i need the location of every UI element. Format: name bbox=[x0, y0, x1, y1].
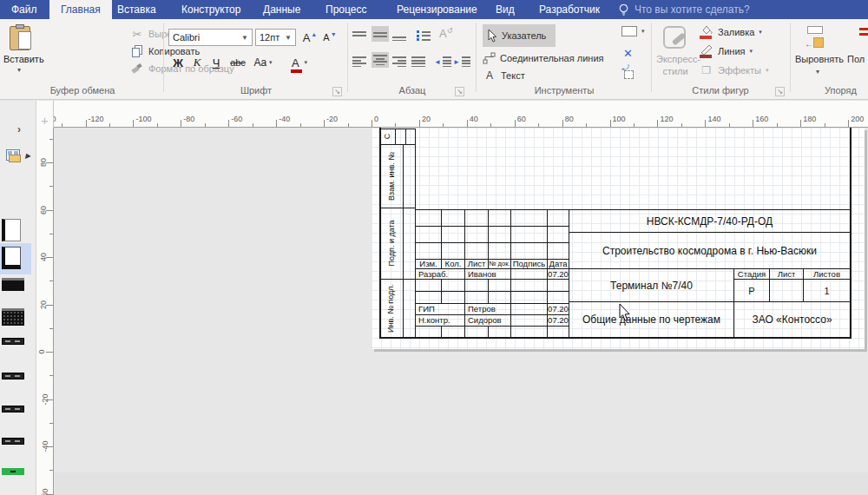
grow-font-button[interactable]: А▲ bbox=[301, 29, 319, 46]
stamp-line bbox=[510, 209, 511, 337]
ruler-tick bbox=[777, 123, 778, 127]
italic-button[interactable]: К bbox=[189, 54, 205, 71]
ruler-tick bbox=[562, 120, 563, 127]
align-right-button[interactable] bbox=[392, 54, 406, 69]
expand-shapes-chevron-icon[interactable]: › bbox=[17, 123, 21, 135]
shape-master-thin-bar[interactable] bbox=[2, 406, 24, 412]
valign-top-button[interactable] bbox=[352, 28, 366, 43]
tell-me-search[interactable]: Что вы хотите сделать? bbox=[618, 0, 750, 19]
shrink-font-button[interactable]: А▼ bbox=[321, 29, 339, 46]
quick-styles-button[interactable]: Экспресс- стили bbox=[656, 24, 694, 82]
tab-home[interactable]: Главная bbox=[49, 0, 112, 19]
stamp-company: ЗАО «Контоссо» bbox=[734, 302, 850, 337]
ruler-tick bbox=[49, 186, 53, 187]
stamp-name: Сидоров bbox=[465, 315, 510, 325]
text-tool-button[interactable]: А Текст bbox=[483, 68, 525, 83]
align-left-button[interactable] bbox=[352, 54, 366, 69]
ruler-tick bbox=[49, 234, 53, 234]
align-center-button[interactable] bbox=[372, 52, 389, 68]
stamp-col-header: № док. bbox=[489, 259, 510, 268]
ruler-tick bbox=[395, 123, 396, 127]
increase-indent-button[interactable]: ► bbox=[453, 54, 470, 69]
tab-process[interactable]: Процесс bbox=[314, 0, 378, 19]
stamp-line bbox=[441, 326, 442, 337]
text-tool-icon: А bbox=[483, 69, 496, 82]
ruler-tick bbox=[46, 352, 53, 353]
drawing-canvas[interactable]: С Взам. инв. № Подп. и дата Инв. № подл. bbox=[55, 128, 868, 495]
ruler-tick bbox=[681, 123, 682, 127]
tab-file[interactable]: Файл bbox=[0, 0, 49, 19]
shape-master-green-bar[interactable] bbox=[2, 468, 24, 475]
vertical-ruler[interactable]: 806040200-20-40-60 bbox=[36, 128, 54, 495]
align-middle-icon bbox=[373, 29, 387, 39]
font-color-button[interactable]: А ▾ bbox=[286, 54, 312, 71]
connection-point-button[interactable]: ✕ bbox=[623, 47, 633, 60]
connector-tool-button[interactable]: Соединительная линия bbox=[483, 50, 603, 66]
align-button[interactable]: ← Выровнять ▾ bbox=[795, 24, 844, 82]
align-right-icon bbox=[392, 56, 406, 67]
search-placeholder: Что вы хотите сделать? bbox=[635, 3, 750, 16]
tab-view[interactable]: Вид bbox=[484, 0, 526, 19]
horizontal-ruler[interactable]: -140-120-100-80-60-40-200204060801001201… bbox=[36, 101, 868, 128]
underline-button[interactable]: Ч bbox=[208, 54, 224, 71]
font-family-combo[interactable]: Calibri▼ bbox=[168, 29, 253, 46]
shape-master-frame-shape[interactable] bbox=[2, 219, 21, 241]
shape-master-black-panel[interactable] bbox=[2, 278, 24, 291]
stamp-col-header: Лист bbox=[465, 259, 488, 268]
ruler-tick bbox=[634, 123, 635, 127]
ruler-tick bbox=[586, 123, 587, 127]
lightbulb-icon bbox=[618, 3, 629, 16]
stamp-project: Строительство космодрома в г. Нью-Васюки bbox=[569, 233, 850, 268]
position-button[interactable]: Пол bbox=[847, 24, 868, 82]
strikethrough-button[interactable]: abc bbox=[227, 54, 248, 71]
effects-button[interactable]: ❒ Эффекты▾ bbox=[700, 63, 769, 78]
ruler-tick bbox=[228, 120, 229, 127]
bullets-button[interactable] bbox=[417, 28, 431, 43]
font-size-combo[interactable]: 12пт▼ bbox=[255, 29, 296, 46]
styles-dialog-launcher[interactable]: ↘ bbox=[775, 87, 785, 96]
bold-button[interactable]: Ж bbox=[170, 54, 186, 71]
drawing-page[interactable]: С Взам. инв. № Подп. и дата Инв. № подл. bbox=[372, 128, 865, 349]
chevron-down-icon: ▼ bbox=[238, 34, 248, 42]
stamp-stage-header: Листов bbox=[804, 269, 850, 279]
ruler-tick bbox=[657, 120, 658, 127]
rectangle-tool-button[interactable] bbox=[621, 26, 637, 36]
tab-design[interactable]: Конструктор bbox=[170, 0, 252, 19]
valign-bottom-button[interactable] bbox=[392, 28, 406, 43]
tab-review[interactable]: Рецензирование bbox=[385, 0, 489, 19]
text-direction-button[interactable]: А↺ bbox=[439, 26, 452, 42]
fill-button[interactable]: Заливка▾ bbox=[700, 24, 762, 40]
free-transform-button[interactable]: ⤾ bbox=[621, 66, 637, 80]
rectangle-tool-dropdown[interactable]: ▾ bbox=[641, 28, 645, 35]
tab-developer[interactable]: Разработчик bbox=[528, 0, 611, 19]
indent-left-icon: ◄ bbox=[434, 58, 441, 66]
shape-master-thin-bar[interactable] bbox=[2, 373, 24, 380]
change-case-button[interactable]: Aa▾ bbox=[250, 54, 276, 71]
stamp-side-label: Инв. № подл. bbox=[379, 279, 403, 337]
tab-data[interactable]: Данные bbox=[252, 0, 312, 19]
decrease-indent-button[interactable]: ◄ bbox=[434, 54, 451, 69]
pointer-tool-button[interactable]: Указатель bbox=[483, 24, 556, 47]
shape-master-titleblock-shape[interactable] bbox=[2, 247, 21, 269]
tab-insert[interactable]: Вставка bbox=[106, 0, 168, 19]
shape-master-thin-bar[interactable] bbox=[2, 438, 24, 445]
font-dialog-launcher[interactable]: ↘ bbox=[332, 87, 342, 96]
paste-dropdown-arrow[interactable]: ▾ bbox=[17, 66, 21, 74]
stamp-side-label: Подп. и дата bbox=[379, 208, 403, 279]
ruler-label: 0 bbox=[374, 115, 378, 123]
font-color-icon: А bbox=[292, 56, 299, 69]
valign-middle-button[interactable] bbox=[372, 26, 389, 42]
paragraph-dialog-launcher[interactable]: ↘ bbox=[455, 87, 464, 96]
shape-master-black-panel-dotted[interactable] bbox=[2, 308, 24, 326]
justify-button[interactable] bbox=[411, 54, 425, 69]
shapes-window-icon[interactable]: ▶ bbox=[6, 149, 32, 165]
paste-clipboard-icon bbox=[10, 26, 30, 50]
line-button[interactable]: Линия▾ bbox=[700, 43, 753, 59]
shape-master-thin-bar[interactable] bbox=[2, 338, 24, 345]
ruler-tick bbox=[62, 123, 62, 127]
ruler-tick bbox=[46, 210, 53, 211]
ruler-tick bbox=[205, 123, 206, 127]
stamp-date: 07.20 bbox=[548, 269, 569, 279]
titlebar: Файл Главная Вставка Конструктор Данные … bbox=[0, 0, 868, 19]
paste-button[interactable]: Вставить ▾ bbox=[3, 24, 38, 85]
